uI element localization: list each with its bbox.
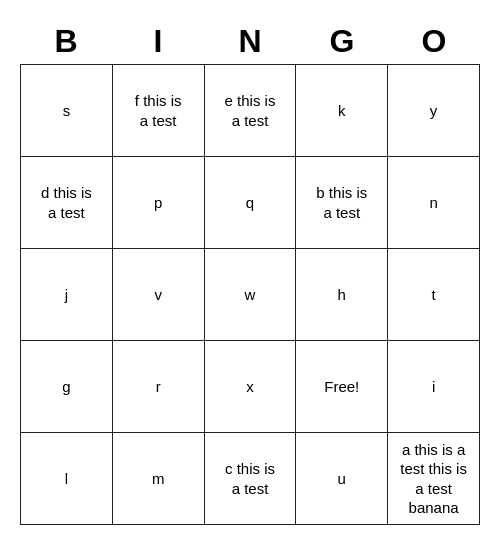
bingo-row: grxFree!i [21,341,480,433]
bingo-cell: j [21,249,113,341]
bingo-cell: d this isa test [21,157,113,249]
bingo-cell: p [113,157,205,249]
bingo-row: lmc this isa testua this is atest this i… [21,433,480,525]
bingo-cell: v [113,249,205,341]
header-letter: G [296,19,388,64]
bingo-cell: x [205,341,297,433]
bingo-cell: h [296,249,388,341]
bingo-header: BINGO [20,19,480,64]
bingo-cell: u [296,433,388,525]
bingo-cell: s [21,65,113,157]
bingo-cell: b this isa test [296,157,388,249]
bingo-row: d this isa testpqb this isa testn [21,157,480,249]
bingo-cell: m [113,433,205,525]
bingo-card: BINGO sf this isa teste this isa testkyd… [20,19,480,525]
bingo-cell: c this isa test [205,433,297,525]
bingo-cell: y [388,65,480,157]
header-letter: N [204,19,296,64]
header-letter: I [112,19,204,64]
bingo-cell: g [21,341,113,433]
bingo-cell: q [205,157,297,249]
bingo-cell: i [388,341,480,433]
bingo-grid: sf this isa teste this isa testkyd this … [20,64,480,525]
bingo-cell: l [21,433,113,525]
bingo-row: jvwht [21,249,480,341]
bingo-cell: k [296,65,388,157]
bingo-cell: n [388,157,480,249]
bingo-cell: Free! [296,341,388,433]
header-letter: O [388,19,480,64]
header-letter: B [20,19,112,64]
bingo-row: sf this isa teste this isa testky [21,65,480,157]
bingo-cell: w [205,249,297,341]
bingo-cell: r [113,341,205,433]
bingo-cell: a this is atest this isa testbanana [388,433,480,525]
bingo-cell: e this isa test [205,65,297,157]
bingo-cell: f this isa test [113,65,205,157]
bingo-cell: t [388,249,480,341]
